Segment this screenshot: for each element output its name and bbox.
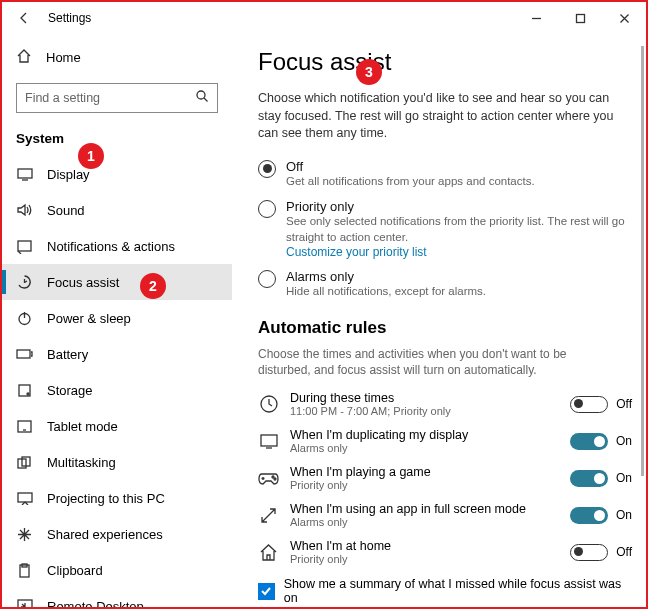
sidebar-item-remote[interactable]: Remote Desktop — [2, 588, 232, 607]
power-icon — [16, 310, 33, 327]
toggle-switch[interactable] — [570, 544, 608, 561]
sound-icon — [16, 202, 33, 219]
sidebar-item-multitasking[interactable]: Multitasking — [2, 444, 232, 480]
svg-point-1 — [197, 91, 205, 99]
clipboard-icon — [16, 562, 33, 579]
gamepad-icon — [258, 468, 279, 489]
svg-rect-3 — [18, 241, 31, 251]
maximize-button[interactable] — [558, 3, 602, 33]
minimize-button[interactable] — [514, 3, 558, 33]
home-icon — [16, 48, 32, 67]
home-icon — [258, 542, 279, 563]
radio-indicator — [258, 200, 276, 218]
rule-at-home[interactable]: When I'm at homePriority only Off — [258, 539, 632, 565]
main-panel: Focus assist Choose which notification y… — [232, 34, 646, 607]
window-title: Settings — [48, 11, 91, 25]
toggle-switch[interactable] — [570, 396, 608, 413]
svg-rect-11 — [18, 493, 32, 502]
close-button[interactable] — [602, 3, 646, 33]
toggle-switch[interactable] — [570, 470, 608, 487]
radio-indicator — [258, 160, 276, 178]
summary-checkbox-label: Show me a summary of what I missed while… — [284, 577, 632, 605]
sidebar-item-storage[interactable]: Storage — [2, 372, 232, 408]
page-intro: Choose which notification you'd like to … — [258, 90, 618, 143]
rules-intro: Choose the times and activities when you… — [258, 346, 618, 380]
rule-during-times[interactable]: During these times11:00 PM - 7:00 AM; Pr… — [258, 391, 632, 417]
svg-point-7 — [27, 393, 29, 395]
svg-point-19 — [274, 478, 276, 480]
sidebar-item-power[interactable]: Power & sleep — [2, 300, 232, 336]
storage-icon — [16, 382, 33, 399]
display-icon — [16, 166, 33, 183]
remote-icon — [16, 598, 33, 608]
titlebar: Settings — [2, 2, 646, 34]
multitasking-icon — [16, 454, 33, 471]
sidebar-item-shared[interactable]: Shared experiences — [2, 516, 232, 552]
radio-priority-only[interactable]: Priority onlySee only selected notificat… — [258, 199, 632, 259]
sidebar-item-battery[interactable]: Battery — [2, 336, 232, 372]
clock-icon — [258, 394, 279, 415]
summary-checkbox-row[interactable]: Show me a summary of what I missed while… — [258, 577, 632, 605]
sidebar-item-notifications[interactable]: Notifications & actions — [2, 228, 232, 264]
window-controls — [514, 3, 646, 33]
back-button[interactable] — [14, 8, 34, 28]
projecting-icon — [16, 490, 33, 507]
rule-duplicating-display[interactable]: When I'm duplicating my displayAlarms on… — [258, 428, 632, 454]
customize-priority-link[interactable]: Customize your priority list — [286, 245, 632, 259]
rules-title: Automatic rules — [258, 318, 632, 338]
radio-indicator — [258, 270, 276, 288]
toggle-switch[interactable] — [570, 433, 608, 450]
focus-mode-radios: OffGet all notifications from your apps … — [258, 159, 632, 300]
svg-rect-2 — [18, 169, 32, 178]
toggle-switch[interactable] — [570, 507, 608, 524]
sidebar-item-tablet[interactable]: Tablet mode — [2, 408, 232, 444]
svg-rect-0 — [576, 14, 584, 22]
radio-alarms-only[interactable]: Alarms onlyHide all notifications, excep… — [258, 269, 632, 300]
monitor-icon — [258, 431, 279, 452]
search-icon — [195, 89, 209, 107]
sidebar-item-sound[interactable]: Sound — [2, 192, 232, 228]
sidebar-item-focus-assist[interactable]: Focus assist — [2, 264, 232, 300]
checkbox-checked[interactable] — [258, 583, 275, 600]
sidebar-category: System — [2, 125, 232, 156]
rule-playing-game[interactable]: When I'm playing a gamePriority only On — [258, 465, 632, 491]
search-input[interactable]: Find a setting — [16, 83, 218, 113]
sidebar-item-projecting[interactable]: Projecting to this PC — [2, 480, 232, 516]
radio-off[interactable]: OffGet all notifications from your apps … — [258, 159, 632, 190]
nav-list: Display Sound Notifications & actions Fo… — [2, 156, 232, 607]
tablet-icon — [16, 418, 33, 435]
sidebar: Home Find a setting System Display Sound… — [2, 34, 232, 607]
shared-icon — [16, 526, 33, 543]
battery-icon — [16, 346, 33, 363]
page-title: Focus assist — [258, 48, 632, 76]
notifications-icon — [16, 238, 33, 255]
search-placeholder: Find a setting — [25, 91, 100, 105]
sidebar-home-label: Home — [46, 50, 81, 65]
sidebar-home[interactable]: Home — [2, 40, 232, 75]
rule-fullscreen[interactable]: When I'm using an app in full screen mod… — [258, 502, 632, 528]
svg-rect-17 — [261, 435, 277, 446]
focus-assist-icon — [16, 274, 33, 291]
sidebar-item-display[interactable]: Display — [2, 156, 232, 192]
sidebar-item-clipboard[interactable]: Clipboard — [2, 552, 232, 588]
scrollbar[interactable] — [641, 46, 644, 476]
svg-rect-5 — [17, 350, 30, 358]
svg-point-18 — [272, 476, 274, 478]
automatic-rules: During these times11:00 PM - 7:00 AM; Pr… — [258, 391, 632, 565]
fullscreen-icon — [258, 505, 279, 526]
